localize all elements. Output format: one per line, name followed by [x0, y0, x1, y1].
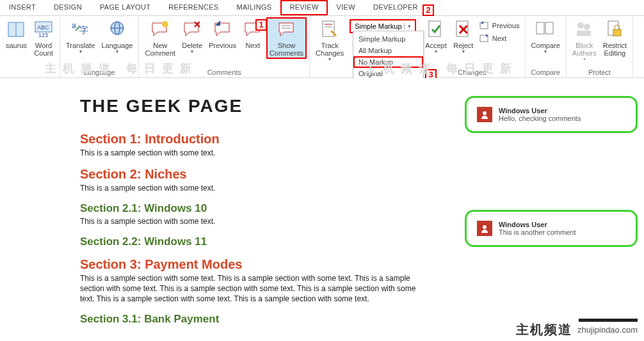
svg-text:字: 字	[79, 25, 88, 35]
comment-text: This is another comment	[499, 228, 576, 236]
heading-section-2-1: Section 2.1: Windows 10	[80, 202, 419, 215]
svg-point-33	[584, 24, 590, 30]
language-icon	[107, 19, 127, 40]
body-text: This is a sample section with some text.	[80, 183, 419, 193]
svg-text:ABC: ABC	[37, 24, 49, 31]
ribbon-tabs: INSERT DESIGN PAGE LAYOUT REFERENCES MAI…	[0, 0, 644, 16]
delete-comment-icon	[182, 19, 202, 40]
tab-design[interactable]: DESIGN	[45, 0, 91, 15]
svg-rect-18	[323, 21, 334, 36]
ribbon: saurus ABC123 Word Count a字 Translate ▾	[0, 16, 644, 78]
body-text: This is a sample section with some text.…	[80, 273, 419, 304]
track-changes-button[interactable]: Track Changes ▾	[312, 17, 347, 65]
tab-review[interactable]: REVIEW	[280, 0, 327, 15]
avatar	[477, 221, 492, 236]
word-count-label: Word Count	[34, 42, 52, 57]
word-count-button[interactable]: ABC123 Word Count	[30, 17, 57, 59]
previous-comment-button[interactable]: Previous	[205, 17, 239, 51]
show-comments-button[interactable]: Show Comments	[266, 17, 307, 59]
tab-view[interactable]: VIEW	[328, 0, 364, 15]
thesaurus-icon	[6, 19, 27, 40]
chevron-down-icon: ▾	[435, 48, 437, 56]
translate-icon: a字	[70, 19, 91, 40]
tab-developer[interactable]: DEVELOPER	[364, 0, 427, 15]
block-authors-button[interactable]: Block Authors ▾	[569, 17, 600, 65]
svg-rect-22	[429, 21, 440, 36]
reject-button[interactable]: Reject ▾	[450, 17, 477, 58]
compare-icon	[535, 19, 556, 40]
comments-pane: Windows User Hello, checking comments Wi…	[465, 96, 638, 324]
comment-author: Windows User	[499, 107, 581, 115]
display-for-review-value: Simple Markup	[355, 22, 401, 30]
accept-button[interactable]: Accept ▾	[422, 17, 450, 58]
body-text: This is a sample section with some text.	[80, 148, 419, 158]
new-comment-button[interactable]: New Comment	[141, 17, 179, 59]
thesaurus-button[interactable]: saurus	[3, 17, 30, 51]
group-label-compare: Compare	[528, 67, 563, 77]
menu-item-all-markup[interactable]: All Markup	[353, 45, 423, 56]
comment-text: Hello, checking comments	[499, 115, 581, 122]
accept-icon	[426, 19, 446, 40]
svg-rect-30	[536, 22, 544, 34]
word-count-icon: ABC123	[33, 19, 54, 40]
comment-box[interactable]: Windows User Hello, checking comments	[465, 96, 638, 133]
heading-section-2: Section 2: Niches	[80, 167, 419, 182]
show-comments-label: Show Comments	[270, 42, 303, 57]
heading-section-3: Section 3: Payment Modes	[80, 257, 419, 272]
heading-section-2-2: Section 2.2: Windows 11	[80, 235, 419, 248]
svg-point-38	[483, 225, 487, 229]
chevron-down-icon: ▾	[583, 56, 586, 63]
menu-item-no-markup[interactable]: No Markup	[353, 56, 423, 68]
heading-section-3-1: Section 3.1: Bank Payment	[80, 313, 419, 326]
callout-1: 1	[255, 19, 267, 31]
next-comment-label: Next	[246, 42, 261, 49]
block-authors-icon	[574, 19, 595, 40]
tab-insert[interactable]: INSERT	[0, 0, 45, 15]
svg-point-37	[483, 111, 487, 115]
avatar	[477, 107, 492, 122]
chevron-down-icon: ▾	[328, 56, 331, 63]
chevron-down-icon[interactable]: ▾	[404, 23, 414, 29]
reject-icon	[453, 19, 474, 40]
delete-comment-button[interactable]: Delete ▾	[179, 17, 205, 58]
chevron-down-icon: ▾	[79, 48, 82, 56]
previous-comment-icon	[213, 19, 233, 40]
restrict-editing-button[interactable]: Restrict Editing	[600, 17, 630, 59]
svg-point-11	[162, 21, 168, 28]
comment-author: Windows User	[499, 221, 576, 228]
tab-page-layout[interactable]: PAGE LAYOUT	[91, 0, 159, 15]
new-comment-label: New Comment	[145, 42, 175, 57]
language-button[interactable]: Language ▾	[98, 17, 136, 58]
next-change-button[interactable]: Next	[477, 32, 522, 45]
translate-button[interactable]: a字 Translate ▾	[63, 17, 98, 58]
group-label-comments: Comments	[141, 67, 307, 77]
heading-section-1: Section 1: Introduction	[80, 132, 419, 147]
group-label-language: Language	[63, 67, 136, 77]
svg-text:a: a	[72, 21, 76, 30]
document-page: THE GEEK PAGE Section 1: Introduction Th…	[26, 78, 467, 341]
svg-rect-31	[545, 22, 553, 34]
group-label-protect: Protect	[569, 67, 630, 77]
chevron-down-icon: ▾	[116, 48, 118, 56]
previous-comment-label: Previous	[209, 42, 236, 49]
chevron-down-icon: ▾	[191, 48, 193, 56]
show-comments-icon	[277, 19, 297, 40]
restrict-editing-label: Restrict Editing	[603, 42, 627, 57]
compare-button[interactable]: Compare ▾	[528, 17, 563, 58]
restrict-editing-icon	[604, 19, 625, 40]
track-changes-label: Track Changes	[316, 42, 344, 57]
chevron-down-icon: ▾	[544, 48, 547, 56]
comment-box[interactable]: Windows User This is another comment	[465, 210, 638, 247]
display-for-review-menu: Simple Markup All Markup No Markup Origi…	[353, 31, 424, 82]
group-label-proofing	[3, 67, 57, 77]
next-change-label: Next	[492, 35, 507, 42]
menu-item-simple-markup[interactable]: Simple Markup	[353, 33, 423, 45]
callout-2: 2	[423, 4, 434, 16]
tab-references[interactable]: REFERENCES	[159, 0, 227, 15]
chevron-down-icon: ▾	[462, 48, 465, 56]
tab-mailings[interactable]: MAILINGS	[227, 0, 280, 15]
block-authors-label: Block Authors	[572, 42, 597, 57]
previous-change-button[interactable]: Previous	[477, 19, 522, 32]
body-text: This is a sample section with some text.	[80, 216, 419, 226]
track-changes-icon	[319, 19, 340, 40]
